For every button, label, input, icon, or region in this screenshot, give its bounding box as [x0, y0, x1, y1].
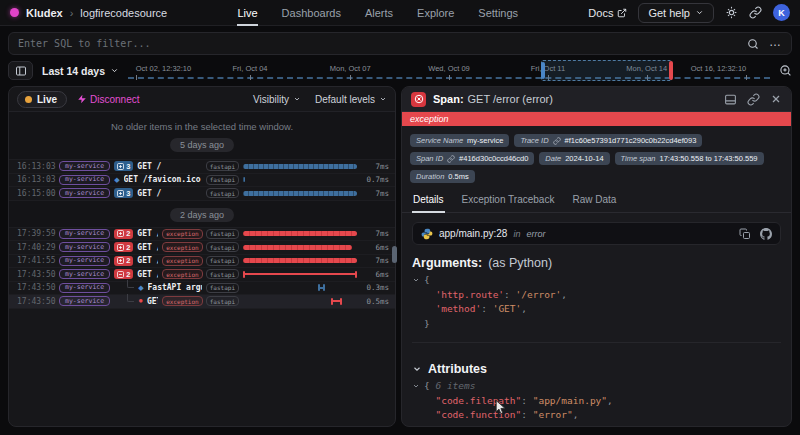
exception-banner: exception: [402, 112, 791, 126]
github-icon[interactable]: [760, 228, 772, 240]
log-row[interactable]: 17:43:50my-service●GET /error (error)exc…: [9, 295, 395, 309]
span-count-badge[interactable]: 2: [114, 269, 133, 279]
tab-raw-data[interactable]: Raw Data: [571, 190, 617, 213]
docs-link[interactable]: Docs: [588, 7, 627, 19]
log-row[interactable]: 16:13:03my-service3GET /fastapi7ms: [9, 160, 395, 174]
nav-item-settings[interactable]: Settings: [478, 0, 518, 26]
dock-panel-icon[interactable]: [724, 93, 737, 106]
timeline-selection[interactable]: [541, 60, 673, 81]
chevron-down-icon: [293, 95, 301, 103]
timeline-selection-start-handle[interactable]: [541, 62, 545, 79]
log-row[interactable]: 17:43:50my-service2GET /errorexceptionfa…: [9, 268, 395, 282]
log-row[interactable]: 16:15:00my-service3GET /fastapi7ms: [9, 187, 395, 201]
log-rows-list[interactable]: No older items in the selected time wind…: [9, 112, 395, 426]
sql-filter-bar: …: [8, 32, 792, 55]
theme-toggle-button[interactable]: [725, 6, 738, 19]
log-row[interactable]: 17:39:59my-service2GET /errorexceptionfa…: [9, 228, 395, 242]
span-count-badge[interactable]: 3: [114, 161, 133, 171]
external-link-icon: [617, 8, 627, 18]
code-token: "code.lineno": [435, 423, 509, 427]
live-button[interactable]: Live: [17, 91, 67, 108]
source-in-word: in: [513, 229, 520, 239]
visibility-dropdown[interactable]: Visibility: [253, 94, 301, 105]
copy-link-icon[interactable]: [747, 93, 760, 106]
timeline-selection-end-handle[interactable]: [669, 61, 673, 80]
span-diamond-icon: ◆: [138, 284, 143, 291]
zoom-in-button[interactable]: [779, 64, 792, 77]
code-token: ,: [533, 423, 539, 427]
share-link-button[interactable]: [749, 6, 762, 19]
search-icon[interactable]: [747, 38, 759, 50]
row-tags: exceptionfastapi: [162, 242, 239, 252]
copy-icon[interactable]: [739, 228, 751, 240]
attributes-heading[interactable]: Attributes: [412, 362, 781, 376]
default-levels-label: Default levels: [315, 94, 375, 105]
span-title-text: GET /error (error): [468, 93, 553, 105]
nav-item-live[interactable]: Live: [237, 0, 257, 26]
duration-bar-track: [243, 162, 357, 170]
log-row[interactable]: 17:43:50my-service◆FastAPI argumentsfast…: [9, 282, 395, 296]
sidebar-toggle-button[interactable]: [8, 61, 33, 80]
row-timestamp: 17:43:50: [17, 297, 55, 306]
default-levels-dropdown[interactable]: Default levels: [315, 94, 387, 105]
user-avatar[interactable]: K: [773, 4, 790, 21]
more-options-button[interactable]: …: [769, 36, 782, 52]
source-actions: [739, 228, 772, 240]
caret-spacer: [412, 302, 424, 317]
service-badge: my-service: [59, 188, 110, 198]
time-range-select[interactable]: Last 14 days: [42, 65, 119, 77]
duration-bar: [243, 164, 357, 169]
tree-connector: [127, 294, 134, 302]
span-count-badge[interactable]: 3: [114, 188, 133, 198]
code-token: 28: [521, 423, 532, 427]
tab-details[interactable]: Details: [412, 190, 445, 213]
arguments-title: Arguments:: [412, 256, 482, 270]
indent: [424, 394, 435, 409]
collapse-caret-icon[interactable]: [412, 379, 424, 394]
logfire-logo[interactable]: [10, 8, 19, 17]
link-icon[interactable]: [553, 137, 561, 145]
code-token: '/error': [516, 288, 562, 303]
meta-badge-trace-id: Trace ID#f1c60e57391d771c290c0b22cd4ef09…: [514, 134, 702, 147]
panel-resize-handle[interactable]: [392, 246, 397, 263]
nav-item-alerts[interactable]: Alerts: [365, 0, 393, 26]
get-help-button[interactable]: Get help: [638, 3, 714, 23]
collapse-caret-icon[interactable]: [412, 273, 424, 288]
time-range-label: Last 14 days: [42, 65, 105, 77]
duration-bar: [331, 300, 342, 302]
span-count-badge[interactable]: 2: [114, 256, 133, 266]
source-location-card[interactable]: app/main.py:28 in error: [412, 222, 781, 245]
caret-spacer: [412, 288, 424, 303]
code-token: "code.filepath": [435, 394, 521, 409]
duration-bar: [243, 177, 245, 182]
live-status-dot: [25, 96, 32, 103]
visibility-label: Visibility: [253, 94, 289, 105]
link-icon[interactable]: [447, 155, 455, 163]
log-row[interactable]: 17:41:55my-service2GET /errorexceptionfa…: [9, 255, 395, 269]
timeline-tick-label: Fri, Oct 04: [233, 64, 268, 73]
nav-item-dashboards[interactable]: Dashboards: [282, 0, 341, 26]
timeline-track[interactable]: Oct 02, 12:32:10Fri, Oct 04Mon, Oct 07We…: [128, 60, 770, 81]
duration-bar-track: [243, 176, 357, 184]
attributes-section: Attributes { 6 items "code.filepath": "a…: [412, 342, 781, 426]
sql-filter-input[interactable]: [18, 38, 737, 49]
tab-exception-traceback[interactable]: Exception Traceback: [461, 190, 556, 213]
fastapi-tag-badge: fastapi: [206, 175, 239, 185]
code-token: 6 items: [435, 379, 475, 394]
indent: [424, 288, 435, 303]
row-duration: 6ms: [361, 243, 389, 252]
span-title: Span:GET /error (error): [433, 93, 553, 105]
disconnect-button[interactable]: Disconnect: [77, 94, 139, 105]
breadcrumb-org[interactable]: Kludex: [26, 7, 63, 19]
row-timestamp: 17:41:55: [17, 256, 55, 265]
detail-tabs: DetailsException TracebackRaw Data: [402, 190, 791, 213]
meta-label: Duration: [416, 172, 444, 181]
close-icon[interactable]: [770, 93, 782, 105]
log-row[interactable]: 17:40:29my-service2GET /errorexceptionfa…: [9, 241, 395, 255]
source-file: app/main.py:28: [439, 228, 507, 239]
nav-item-explore[interactable]: Explore: [417, 0, 454, 26]
span-count-badge[interactable]: 2: [114, 229, 133, 239]
breadcrumb-project[interactable]: logfirecodesource: [80, 7, 167, 19]
log-row[interactable]: 16:13:03my-service◆GET /favicon.icofasta…: [9, 174, 395, 188]
span-count-badge[interactable]: 2: [114, 242, 133, 252]
